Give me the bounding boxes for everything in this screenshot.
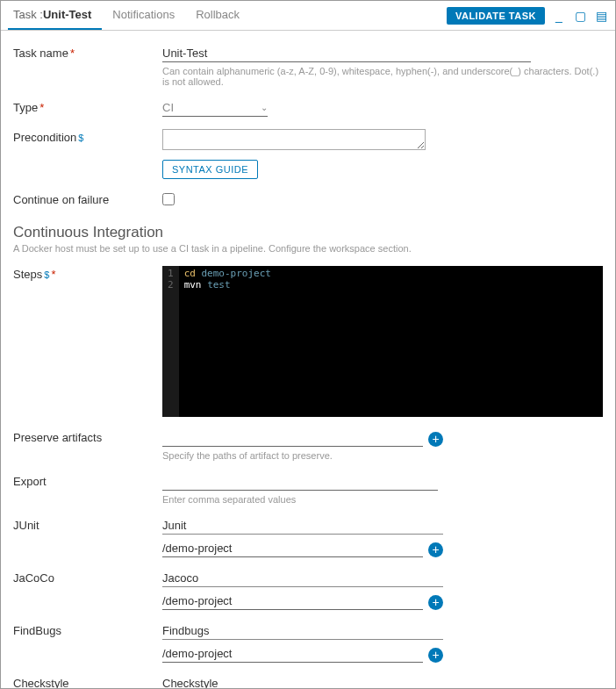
- preserve-artifacts-label: Preserve artifacts: [13, 429, 162, 444]
- add-icon[interactable]: +: [428, 648, 443, 663]
- header-bar: Task :Unit-Test Notifications Rollback V…: [1, 1, 615, 31]
- task-name-input[interactable]: [162, 45, 531, 62]
- tool-label: JUnit: [13, 517, 162, 532]
- steps-label: Steps$*: [13, 266, 162, 281]
- add-icon[interactable]: +: [428, 595, 443, 610]
- ci-section-title: Continuous Integration: [13, 224, 603, 241]
- tool-label: JaCoCo: [13, 570, 162, 585]
- ci-section-hint: A Docker host must be set up to use a CI…: [13, 243, 603, 254]
- export-hint: Enter comma separated values: [162, 494, 603, 505]
- tab-notifications[interactable]: Notifications: [102, 1, 185, 30]
- editor-code: cd demo-project mvn test: [179, 266, 276, 417]
- export-label: Export: [13, 473, 162, 488]
- task-name-hint: Can contain alphanumeric (a-z, A-Z, 0-9)…: [162, 66, 603, 87]
- type-select[interactable]: CI ⌄: [162, 99, 268, 117]
- code-token: mvn: [184, 279, 202, 291]
- add-icon[interactable]: +: [428, 432, 443, 447]
- code-token: test: [207, 279, 231, 291]
- chevron-down-icon: ⌄: [261, 103, 268, 112]
- steps-label-text: Steps: [13, 268, 42, 281]
- tool-row: JaCoCo+: [13, 570, 603, 610]
- syntax-guide-button[interactable]: SYNTAX GUIDE: [162, 160, 258, 179]
- precondition-label: Precondition$: [13, 129, 162, 144]
- add-icon[interactable]: +: [428, 542, 443, 557]
- tab-task-name: Unit-Test: [43, 8, 91, 21]
- tool-label: Checkstyle: [13, 675, 162, 688]
- preserve-artifacts-hint: Specify the paths of artifact to preserv…: [162, 450, 603, 461]
- tool-row: JUnit+: [13, 517, 603, 557]
- task-editor-window: Task :Unit-Test Notifications Rollback V…: [0, 0, 616, 689]
- tool-path-input[interactable]: [162, 540, 423, 557]
- export-input[interactable]: [162, 473, 438, 491]
- steps-code-editor[interactable]: 12 cd demo-project mvn test: [162, 266, 603, 417]
- tool-name-input[interactable]: [162, 675, 443, 688]
- type-label-text: Type: [13, 101, 38, 114]
- tool-name-input[interactable]: [162, 570, 443, 587]
- maximize-icon[interactable]: ▤: [594, 9, 608, 23]
- task-name-label-text: Task name: [13, 47, 68, 60]
- editor-gutter: 12: [162, 266, 179, 417]
- required-mark: *: [51, 268, 55, 281]
- tool-label: FindBugs: [13, 622, 162, 637]
- tab-rollback[interactable]: Rollback: [185, 1, 250, 30]
- tab-task[interactable]: Task :Unit-Test: [8, 1, 102, 30]
- restore-icon[interactable]: ▢: [573, 9, 587, 23]
- tool-row: Checkstyle+: [13, 675, 603, 688]
- bind-variable-icon[interactable]: $: [78, 133, 83, 143]
- required-mark: *: [39, 101, 44, 114]
- task-name-label: Task name*: [13, 45, 162, 60]
- tool-name-input[interactable]: [162, 622, 443, 640]
- tool-path-input[interactable]: [162, 645, 423, 663]
- code-token: demo-project: [202, 268, 271, 279]
- tool-name-input[interactable]: [162, 517, 443, 535]
- type-label: Type*: [13, 99, 162, 114]
- required-mark: *: [70, 47, 75, 60]
- tab-strip: Task :Unit-Test Notifications Rollback: [8, 1, 447, 30]
- minimize-icon[interactable]: _: [552, 9, 566, 23]
- precondition-input[interactable]: [162, 129, 426, 150]
- continue-on-failure-label: Continue on failure: [13, 191, 162, 206]
- precondition-label-text: Precondition: [13, 131, 76, 144]
- tool-row: FindBugs+: [13, 622, 603, 663]
- validate-task-button[interactable]: VALIDATE TASK: [447, 7, 545, 25]
- code-token: cd: [184, 268, 196, 279]
- content-scroll[interactable]: Task name* Can contain alphanumeric (a-z…: [1, 31, 615, 688]
- header-actions: VALIDATE TASK _ ▢ ▤: [447, 7, 608, 25]
- preserve-artifacts-input[interactable]: [162, 429, 423, 447]
- tool-path-input[interactable]: [162, 592, 423, 610]
- tab-task-prefix: Task :: [13, 8, 43, 21]
- continue-on-failure-checkbox[interactable]: [162, 193, 175, 205]
- type-select-value: CI: [162, 101, 261, 114]
- bind-variable-icon[interactable]: $: [44, 269, 49, 280]
